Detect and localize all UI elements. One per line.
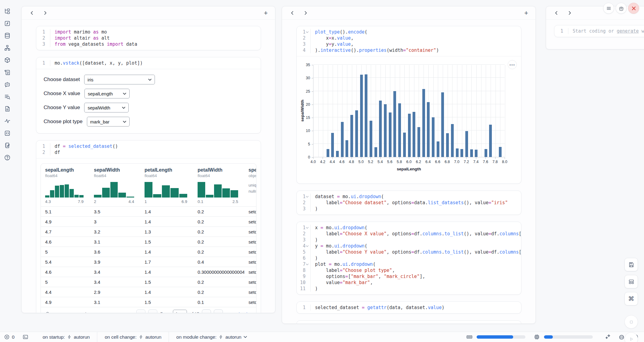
dropdown-select[interactable]: iris: [84, 75, 155, 84]
prev-page-button[interactable]: ‹: [148, 309, 157, 313]
code-editor[interactable]: 12df = selected_dataset()df: [36, 141, 261, 158]
table-cell: 5.1: [41, 209, 90, 214]
code-editor[interactable]: 1mo.vstack([dataset, x, y, plot]): [36, 57, 261, 69]
logs-icon[interactable]: [3, 93, 11, 101]
add-cell-button[interactable]: +: [264, 10, 268, 16]
chart-bar: [393, 91, 396, 157]
functions-icon[interactable]: [3, 20, 11, 27]
add-cell-button[interactable]: +: [524, 10, 528, 16]
search-icon[interactable]: [45, 311, 51, 313]
table-cell: 3.6: [90, 249, 140, 255]
layout-view-button[interactable]: [624, 275, 638, 288]
settings-gear-button[interactable]: [616, 3, 627, 14]
help-icon[interactable]: [3, 154, 11, 162]
tracing-icon[interactable]: [3, 117, 11, 125]
chart-bar: [360, 75, 363, 157]
dependency-graph-icon[interactable]: [3, 44, 11, 52]
column-scroll-right-button[interactable]: [567, 10, 572, 16]
file-tree-icon[interactable]: [3, 7, 11, 15]
table-cell: 5: [41, 249, 90, 255]
dataframe-table: sepalLengthfloat644.37.9sepalWidthfloat6…: [41, 163, 256, 313]
code-line: value="mark_bar",: [315, 280, 521, 286]
chart-bar: [365, 74, 367, 157]
last-page-button[interactable]: »: [214, 309, 223, 313]
fold-spacer: [45, 43, 49, 46]
column-header-species[interactable]: speciesobjectunique:nulls:: [244, 164, 256, 206]
run-button[interactable]: [624, 332, 638, 342]
runtime-config-on-cell-change[interactable]: on cell change:autorun: [97, 332, 169, 342]
chart-bar: [350, 115, 353, 157]
column-scroll-left-button[interactable]: [29, 10, 34, 16]
column-header-sepalWidth[interactable]: sepalWidthfloat6424.4: [90, 164, 140, 206]
menu-button[interactable]: [603, 3, 614, 14]
stop-button[interactable]: [624, 315, 638, 329]
resource-indicators: [466, 334, 644, 340]
chart-bar: [465, 131, 468, 157]
column-header-petalWidth[interactable]: petalWidthfloat640.12.5: [193, 164, 244, 206]
fold-chevron-icon[interactable]: [306, 195, 309, 198]
code-editor[interactable]: 123dataset = mo.ui.dropdown( label="Choo…: [297, 191, 521, 215]
error-count-indicator[interactable]: 0: [0, 332, 19, 342]
chart-actions-button[interactable]: •••: [508, 60, 517, 69]
table-cell: setosa: [244, 280, 256, 285]
column-scroll-right-button[interactable]: [42, 10, 48, 16]
chart-bar: [427, 102, 430, 157]
ai-sparkles-icon[interactable]: [605, 334, 611, 340]
code-editor[interactable]: 1plot_type = getattr(alt.Chart(df), plot…: [297, 321, 521, 324]
table-cell: 4.9: [41, 219, 90, 224]
fold-chevron-icon[interactable]: [306, 226, 309, 230]
chart-bar: [384, 104, 387, 157]
column-scroll-left-button[interactable]: [289, 10, 295, 16]
column-histogram: [145, 181, 187, 198]
line-number: 2: [303, 200, 306, 206]
table-cell: 0.2: [193, 239, 244, 244]
snippets-icon[interactable]: [3, 129, 11, 137]
column-header-petalLength[interactable]: petalLengthfloat6416.9: [140, 164, 193, 206]
fold-chevron-icon[interactable]: [306, 244, 309, 248]
table-footer: 150 rows, 5 columns«‹Page1of 15›»Downloa…: [41, 307, 256, 313]
dropdown-select[interactable]: sepalLength: [84, 89, 130, 98]
documentation-icon[interactable]: [3, 105, 11, 113]
generate-with-ai-link[interactable]: generate: [617, 28, 639, 34]
page-select[interactable]: 1: [173, 310, 187, 313]
dropdown-value: sepalWidth: [88, 105, 110, 110]
code-line: y=y.value,: [315, 41, 439, 47]
bar-chart: sepalWidth051015202530354.04.24.44.64.85…: [299, 65, 510, 176]
column-scroll-right-button[interactable]: [303, 10, 308, 16]
script-icon[interactable]: [3, 68, 11, 76]
table-cell: 3.5: [90, 209, 140, 214]
code-editor[interactable]: 123import marimo as moimport altair as a…: [36, 26, 261, 50]
code-editor[interactable]: 1 Start coding or generate with AI: [554, 25, 644, 37]
code-line: df: [55, 149, 118, 155]
save-button[interactable]: [624, 258, 638, 271]
fold-chevron-icon[interactable]: [306, 30, 309, 34]
runtime-config-on-module-change[interactable]: on module change:autorun: [169, 332, 254, 342]
code-line: mo.vstack([dataset, x, y, plot]): [55, 60, 143, 66]
packages-icon[interactable]: [3, 56, 11, 64]
fold-chevron-icon[interactable]: [306, 263, 309, 266]
chat-icon[interactable]: [3, 80, 11, 88]
column-header-sepalLength[interactable]: sepalLengthfloat644.37.9: [41, 164, 90, 206]
altair-chart-output: sepalWidth051015202530354.04.24.44.64.85…: [297, 56, 521, 183]
code-editor[interactable]: 1234567891011x = mo.ui.dropdown( label="…: [297, 222, 521, 294]
scratchpad-icon[interactable]: [3, 141, 11, 149]
table-row: 4.63.11.50.2setosa: [41, 237, 256, 247]
chart-plot-area[interactable]: [313, 65, 505, 157]
copilot-icon[interactable]: [618, 334, 625, 340]
first-page-button[interactable]: «: [136, 309, 145, 313]
terminal-button[interactable]: [19, 332, 32, 342]
next-page-button[interactable]: ›: [202, 309, 211, 313]
close-button[interactable]: [628, 3, 639, 14]
download-button[interactable]: Download: [227, 312, 252, 313]
code-line: label="Choose Y value", options=df.colum…: [315, 249, 521, 255]
dropdown-select[interactable]: mark_bar: [87, 117, 130, 126]
keyboard-shortcuts-button[interactable]: ⌘: [624, 292, 638, 305]
database-icon[interactable]: [3, 32, 11, 40]
runtime-config-on-startup[interactable]: on startup:autorun: [35, 332, 97, 342]
column-scroll-left-button[interactable]: [553, 10, 559, 16]
dropdown-select[interactable]: sepalWidth: [84, 103, 129, 112]
dataframe-table-output: sepalLengthfloat644.37.9sepalWidthfloat6…: [36, 158, 261, 313]
code-editor[interactable]: 1234plot_type().encode( x=x.value, y=y.v…: [297, 26, 521, 56]
code-editor[interactable]: 1selected_dataset = getattr(data, datase…: [297, 302, 521, 313]
code-cell-dataset-dropdown: 123dataset = mo.ui.dropdown( label="Choo…: [296, 191, 521, 215]
